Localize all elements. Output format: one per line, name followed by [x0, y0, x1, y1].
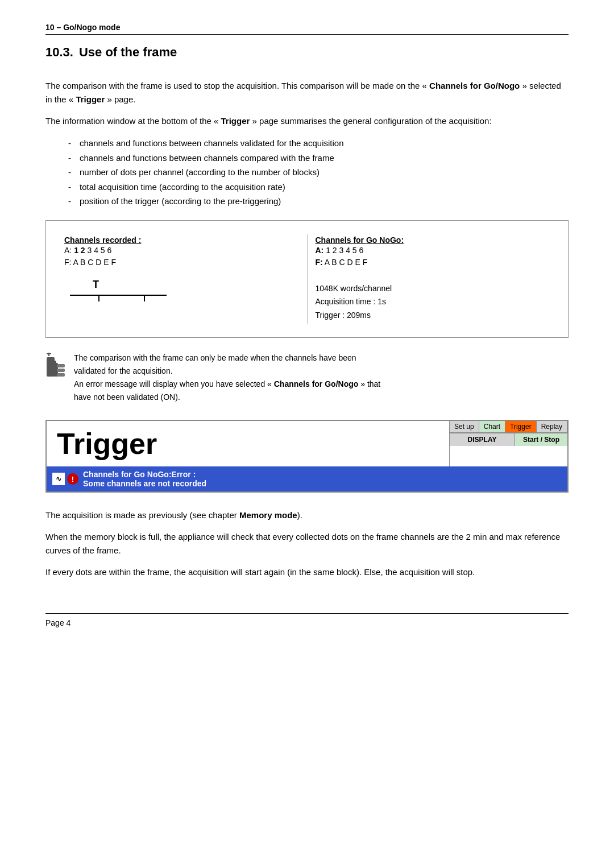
- channels-gonogo-col: Channels for Go NoGo: A: 1 2 3 4 5 6 F: …: [308, 230, 558, 328]
- subsection-number: 10.3.: [45, 45, 73, 60]
- section-header-text: 10 – Go/Nogo mode: [45, 23, 120, 32]
- acquisition-stats: 1048K words/channel Acquisition time : 1…: [316, 282, 550, 323]
- diagram-area: T: [64, 279, 299, 309]
- trigger-title-text: Trigger: [57, 427, 157, 461]
- page-footer: Page 4: [45, 613, 569, 627]
- svg-rect-3: [57, 364, 65, 367]
- paragraph-memory: The acquisition is made as previously (s…: [45, 509, 569, 522]
- channels-recorded-row2: F: A B C D E F: [64, 257, 299, 268]
- channels-recorded-row1: A: 1 2 3 4 5 6: [64, 245, 299, 257]
- note-text: The comparison with the frame can only b…: [74, 352, 380, 404]
- intro-paragraph-2: The information window at the bottom of …: [45, 114, 569, 128]
- list-item: number of dots per channel (according to…: [68, 165, 569, 180]
- diagram-T-label: T: [93, 279, 99, 291]
- channels-recorded-label: Channels recorded :: [64, 235, 299, 245]
- list-item: channels and functions between channels …: [68, 136, 569, 151]
- intro-paragraph-1: The comparison with the frame is used to…: [45, 79, 569, 106]
- svg-rect-0: [47, 357, 55, 377]
- diagram-line-right: [144, 295, 167, 296]
- list-item: channels and functions between channels …: [68, 151, 569, 166]
- trigger-ui-box: Trigger Set up Chart Trigger Replay DISP…: [45, 420, 569, 493]
- list-item: total acquisition time (according to the…: [68, 180, 569, 195]
- diagram-line-middle: [98, 295, 145, 296]
- trigger-time: Trigger : 209ms: [316, 309, 550, 323]
- trigger-ui-top: Trigger Set up Chart Trigger Replay DISP…: [47, 421, 567, 466]
- svg-rect-4: [57, 369, 65, 372]
- note-line1: The comparison with the frame can only b…: [74, 353, 356, 375]
- error-line1: Channels for Go NoGo:Error :: [83, 470, 196, 479]
- paragraph-frame: When the memory block is full, the appli…: [45, 530, 569, 557]
- trigger-bottom-row: DISPLAY Start / Stop: [450, 433, 567, 446]
- paragraph-dots: If every dots are within the frame, the …: [45, 565, 569, 579]
- error-icon-area: ∿ !: [52, 473, 78, 485]
- tab-setup[interactable]: Set up: [450, 421, 479, 432]
- tab-trigger[interactable]: Trigger: [505, 421, 537, 432]
- subsection-title: Use of the frame: [79, 45, 177, 60]
- display-button[interactable]: DISPLAY: [450, 433, 515, 446]
- note-line2: An error message will display when you h…: [74, 379, 380, 402]
- trigger-error-bar: ∿ ! Channels for Go NoGo:Error : Some ch…: [47, 466, 567, 491]
- section-header: 10 – Go/Nogo mode: [45, 23, 569, 35]
- svg-rect-5: [57, 373, 65, 377]
- error-line2: Some channels are not recorded: [83, 479, 206, 488]
- channels-recorded-col: Channels recorded : A: 1 2 3 4 5 6 F: A …: [56, 230, 307, 328]
- trigger-tabs-row: Set up Chart Trigger Replay: [450, 421, 567, 433]
- bullet-list: channels and functions between channels …: [68, 136, 569, 209]
- memory-mode-bold: Memory mode: [239, 510, 297, 520]
- channels-gonogo-label: Channels for Go NoGo:: [316, 235, 550, 245]
- start-stop-button[interactable]: Start / Stop: [515, 433, 567, 446]
- channels-info-box: Channels recorded : A: 1 2 3 4 5 6 F: A …: [45, 220, 569, 338]
- acquisition-time: Acquisition time : 1s: [316, 295, 550, 309]
- note-icon: [45, 353, 66, 380]
- exclamation-icon: !: [67, 473, 78, 485]
- page-label: Page 4: [45, 618, 70, 627]
- channels-gonogo-row2: F: A B C D E F: [316, 257, 550, 268]
- trigger-tabs-area: Set up Chart Trigger Replay DISPLAY Star…: [449, 421, 567, 466]
- diagram-line-left: [70, 295, 98, 296]
- tab-replay[interactable]: Replay: [537, 421, 567, 432]
- channels-gonogo-row1: A: 1 2 3 4 5 6: [316, 245, 550, 257]
- words-per-channel: 1048K words/channel: [316, 282, 550, 296]
- waveform-icon: ∿: [52, 473, 65, 485]
- tab-chart[interactable]: Chart: [479, 421, 505, 432]
- list-item: position of the trigger (according to th…: [68, 194, 569, 209]
- trigger-title-area: Trigger: [47, 421, 449, 466]
- note-block: The comparison with the frame can only b…: [45, 352, 569, 404]
- error-text: Channels for Go NoGo:Error : Some channe…: [83, 470, 206, 488]
